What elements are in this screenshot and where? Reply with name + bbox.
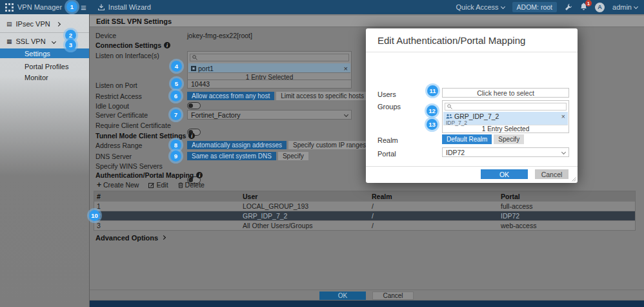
- tools-wrench-icon[interactable]: [565, 3, 572, 11]
- search-icon: [192, 55, 197, 60]
- page-ok-button[interactable]: OK: [319, 291, 366, 300]
- section-connection-settings: Connection Settings i: [96, 41, 170, 49]
- sidebar-item-label: IPsec VPN: [16, 20, 50, 28]
- dialog-footer-divider: [366, 166, 578, 167]
- notifications-button[interactable]: 1: [580, 3, 587, 12]
- install-wizard-label: Install Wizard: [108, 3, 151, 11]
- specify-realm-button[interactable]: Specify: [494, 134, 524, 144]
- table-row[interactable]: 1 LOCAL_GROUP_193 / full-access: [94, 201, 635, 211]
- column-header-user[interactable]: User: [243, 193, 372, 200]
- adom-selector[interactable]: ADOM: root: [512, 2, 557, 12]
- users-select-field[interactable]: Click here to select: [442, 88, 569, 98]
- notification-count-badge: 1: [585, 0, 592, 6]
- dialog-title: Edit Authentication/Portal Mapping: [366, 28, 578, 52]
- install-wizard-button[interactable]: Install Wizard: [98, 3, 151, 11]
- restrict-access-options: Allow access from any host Limit access …: [187, 92, 368, 100]
- edit-auth-portal-mapping-dialog: Edit Authentication/Portal Mapping Users…: [366, 28, 578, 183]
- delete-button[interactable]: Delete: [178, 181, 205, 189]
- section-label: Authentication/Portal Mapping: [96, 171, 194, 179]
- annotation-badge-7: 7: [170, 109, 181, 120]
- sidebar-item-settings[interactable]: Settings: [0, 48, 89, 58]
- hamburger-menu-icon[interactable]: ≡: [81, 2, 86, 13]
- advanced-options-label: Advanced Options: [96, 234, 158, 242]
- plus-icon: +: [97, 180, 101, 189]
- sidebar-item-label: SSL VPN: [16, 37, 46, 45]
- cell-realm: /: [372, 212, 501, 220]
- sidebar-item-label: Portal Profiles: [25, 63, 68, 70]
- annotation-badge-5: 5: [171, 78, 182, 89]
- page-cancel-button[interactable]: Cancel: [372, 291, 414, 300]
- info-icon: i: [196, 172, 203, 178]
- interface-search-input[interactable]: [190, 54, 349, 61]
- user-group-icon: [446, 114, 452, 119]
- create-new-label: Create New: [103, 181, 139, 189]
- listen-port-label: Listen on Port: [96, 81, 137, 89]
- auto-assign-addresses-button[interactable]: Automatically assign addresses: [187, 141, 287, 149]
- sidebar-item-monitor[interactable]: Monitor: [0, 72, 89, 82]
- quick-access-menu[interactable]: Quick Access: [456, 3, 505, 11]
- listen-port-input[interactable]: 10443: [187, 79, 352, 89]
- server-certificate-select[interactable]: Fortinet_Factory: [187, 110, 352, 120]
- groups-box: GRP_IDP_7_2 × IDP_7_2 1 Entry Selected: [442, 100, 569, 133]
- avatar[interactable]: A: [595, 3, 605, 12]
- groups-search-input[interactable]: [445, 103, 567, 111]
- resize-handle[interactable]: [571, 176, 576, 182]
- selected-group-entry[interactable]: GRP_IDP_7_2 × IDP_7_2: [443, 112, 568, 125]
- group-entry-summary: 1 Entry Selected: [443, 125, 568, 132]
- app-window: VPN Manager ≡ Install Wizard Quick Acces…: [0, 0, 644, 307]
- wins-servers-label: Specify WINS Servers: [96, 162, 163, 170]
- ipsec-vpn-icon: ▤: [6, 21, 12, 27]
- allow-any-host-button[interactable]: Allow access from any host: [187, 92, 274, 100]
- info-icon: i: [164, 42, 170, 48]
- selected-interface-entry[interactable]: port1 ×: [188, 63, 350, 73]
- table-row[interactable]: 3 All Other Users/Groups / web-access: [94, 220, 635, 230]
- portal-label: Portal: [377, 150, 396, 158]
- table-row-selected[interactable]: 2 GRP_IDP_7_2 / IDP72: [94, 211, 635, 220]
- dialog-ok-button[interactable]: OK: [481, 169, 528, 179]
- remove-icon[interactable]: ×: [344, 65, 348, 72]
- sidebar-item-ipsec-vpn[interactable]: ▤ IPsec VPN: [0, 17, 89, 31]
- edit-label: Edit: [156, 181, 168, 189]
- cell-realm: /: [372, 202, 501, 210]
- app-menu[interactable]: VPN Manager: [5, 3, 72, 12]
- dialog-cancel-button[interactable]: Cancel: [535, 169, 569, 179]
- cell-user: All Other Users/Groups: [243, 222, 372, 229]
- chevron-down-icon: [344, 112, 348, 117]
- user-menu[interactable]: admin: [612, 3, 638, 11]
- idle-logout-label: Idle Logout: [96, 102, 129, 110]
- quick-access-label: Quick Access: [456, 3, 499, 11]
- sidebar-item-portal-profiles[interactable]: Portal Profiles: [0, 61, 89, 71]
- column-header-num[interactable]: #: [94, 193, 243, 200]
- restrict-access-label: Restrict Access: [96, 92, 142, 100]
- custom-ip-ranges-button[interactable]: Specify custom IP ranges: [288, 141, 370, 149]
- annotation-badge-6: 6: [170, 90, 181, 101]
- cell-user: GRP_IDP_7_2: [243, 212, 372, 220]
- annotation-badge-13: 13: [427, 119, 438, 130]
- listen-interfaces-label: Listen on Interface(s): [96, 52, 159, 59]
- advanced-options-link[interactable]: Advanced Options: [96, 234, 165, 242]
- column-header-portal[interactable]: Portal: [501, 193, 635, 200]
- remove-icon[interactable]: ×: [561, 112, 565, 120]
- limit-hosts-button[interactable]: Limit access to specific hosts: [276, 92, 368, 100]
- cell-realm: /: [372, 222, 501, 229]
- sidebar-item-label: Settings: [25, 50, 50, 58]
- create-new-button[interactable]: + Create New: [97, 180, 139, 189]
- section-tunnel-mode: Tunnel Mode Client Settings i: [96, 132, 195, 140]
- annotation-badge-12: 12: [427, 105, 438, 116]
- same-as-client-dns-button[interactable]: Same as client system DNS: [187, 152, 276, 160]
- chevron-down-icon: [52, 39, 56, 43]
- cell-num: 2: [94, 212, 243, 220]
- edit-button[interactable]: Edit: [148, 181, 168, 189]
- cell-portal: full-access: [501, 202, 635, 210]
- portal-value: IDP72: [446, 149, 465, 156]
- column-header-realm[interactable]: Realm: [372, 193, 501, 200]
- section-auth-portal-mapping: Authentication/Portal Mapping i: [96, 171, 203, 179]
- default-realm-button[interactable]: Default Realm: [442, 134, 492, 144]
- portal-select[interactable]: IDP72: [442, 147, 569, 157]
- table-header-row: # User Realm Portal: [94, 191, 635, 201]
- specify-dns-button[interactable]: Specify: [278, 152, 308, 160]
- cell-num: 3: [94, 222, 243, 229]
- server-certificate-label: Server Certificate: [96, 111, 148, 119]
- idle-logout-toggle[interactable]: [187, 102, 201, 109]
- ssl-vpn-icon: ▦: [6, 38, 12, 45]
